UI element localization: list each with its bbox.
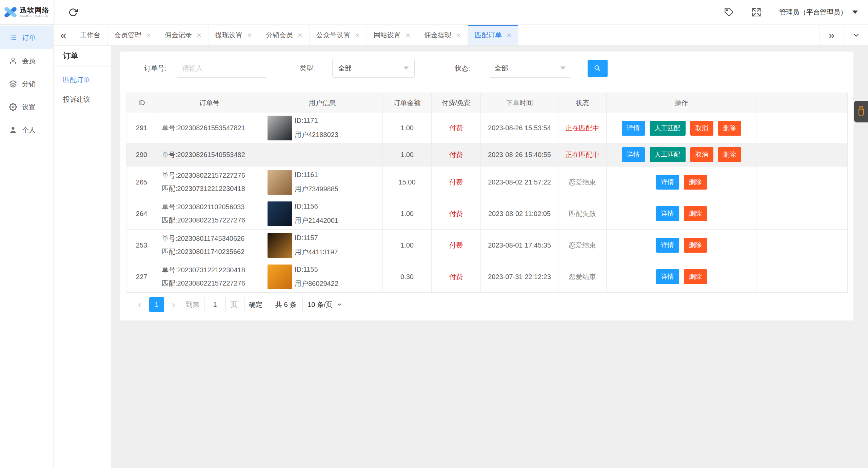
close-icon[interactable]: × [507, 31, 511, 39]
order-time-cell: 2023-08-02 11:02:05 [481, 198, 558, 230]
status-select[interactable]: 全部 [489, 59, 571, 78]
next-page-icon[interactable]: › [170, 299, 178, 310]
tab-commission-withdraw[interactable]: 佣金提现× [417, 25, 468, 45]
collapse-tabs-icon[interactable]: « [54, 25, 73, 45]
detail-button[interactable]: 详情 [656, 238, 679, 253]
goto-page-input[interactable] [204, 297, 226, 312]
delete-button[interactable]: 删除 [718, 121, 741, 136]
order-no-input[interactable] [177, 59, 267, 78]
user-info-cell: ID:1157用户44113197 [262, 230, 383, 261]
goto-confirm-button[interactable]: 确定 [244, 297, 267, 312]
actions-cell: 详情删除 [607, 167, 756, 198]
user-info-cell: ID:1171用户42188023 [262, 113, 383, 143]
detail-button[interactable]: 详情 [656, 269, 679, 284]
logo-title: 迅软网络 [20, 6, 50, 14]
order-id-cell: 227 [126, 261, 157, 293]
close-icon[interactable]: × [406, 31, 410, 39]
delete-button[interactable]: 删除 [684, 238, 707, 253]
order-status-cell: 恋爱结束 [558, 261, 607, 293]
sidebar-item-settings[interactable]: 设置 [0, 95, 53, 118]
actions-cell: 详情删除 [607, 198, 756, 230]
settings-icon [9, 103, 17, 111]
user-name: 用户21442001 [295, 216, 338, 225]
top-bar: 迅软网络 XunRuanNetwork [0, 0, 868, 25]
search-button[interactable] [588, 60, 608, 77]
order-time-cell: 2023-08-26 15:40:55 [481, 143, 558, 167]
order-id-cell: 253 [126, 230, 157, 261]
detail-button[interactable]: 详情 [622, 147, 645, 162]
order-line: 单号:202307312212230418 [162, 264, 257, 277]
filler-cell [756, 167, 848, 198]
order-line: 单号:202308022157227276 [162, 169, 257, 182]
close-icon[interactable]: × [355, 31, 360, 39]
detail-button[interactable]: 详情 [656, 206, 679, 221]
admin-dropdown[interactable]: 管理员（平台管理员） [779, 8, 858, 17]
close-icon[interactable]: × [456, 31, 461, 39]
scroll-tabs-right-icon[interactable]: » [819, 25, 844, 45]
order-no-cell: 单号:202308261540553482 [157, 143, 262, 167]
delete-button[interactable]: 删除 [684, 206, 707, 221]
manual-match-button[interactable]: 人工匹配 [650, 147, 686, 162]
tab-workbench[interactable]: 工作台 [73, 25, 107, 45]
user-info-cell: ID:1161用户73499885 [262, 167, 383, 198]
fullscreen-icon[interactable] [751, 7, 762, 17]
pagination: ‹ 1 › 到第 页 确定 共 6 条 10 条/页 [126, 297, 848, 312]
floating-usb-widget[interactable] [854, 101, 868, 122]
user-info: ID:1155用户86029422 [268, 265, 382, 289]
submenu-item-complaint-suggestion[interactable]: 投诉建议 [54, 90, 111, 109]
page-number-button[interactable]: 1 [149, 297, 164, 312]
tab-withdraw-settings[interactable]: 提现设置× [209, 25, 259, 45]
cancel-button[interactable]: 取消 [690, 147, 713, 162]
refresh-icon[interactable] [68, 8, 78, 17]
table-row: 264单号:202308021102056033匹配:2023080221572… [126, 198, 848, 230]
sidebar-item-profile[interactable]: 个人 [0, 118, 53, 141]
column-header: 操作 [607, 93, 756, 113]
tag-icon[interactable] [724, 7, 734, 17]
delete-button[interactable]: 删除 [684, 175, 707, 190]
sidebar-item-distribution[interactable]: 分销 [0, 72, 53, 95]
tab-member-manage[interactable]: 会员管理× [107, 25, 158, 45]
tab-commission-record[interactable]: 佣金记录× [158, 25, 209, 45]
primary-sidebar: 订单会员分销设置个人 [0, 25, 54, 468]
caret-down-icon [560, 66, 566, 70]
page-size-select[interactable]: 10 条/页 [302, 297, 347, 312]
tab-menu-icon[interactable] [844, 25, 868, 45]
submenu-item-match-order[interactable]: 匹配订单 [54, 70, 111, 90]
cancel-button[interactable]: 取消 [690, 121, 713, 136]
close-icon[interactable]: × [146, 31, 151, 39]
sidebar-item-order[interactable]: 订单 [0, 26, 53, 49]
order-no-cell: 单号:202307312212230418匹配:2023080221572272… [157, 261, 262, 293]
delete-button[interactable]: 删除 [718, 147, 741, 162]
caret-down-icon [403, 66, 409, 70]
detail-button[interactable]: 详情 [622, 121, 645, 136]
sidebar-item-label: 订单 [22, 33, 36, 42]
order-no-cell: 单号:202308011745340626匹配:2023080117402356… [157, 230, 262, 261]
close-icon[interactable]: × [247, 31, 252, 39]
user-info: ID:1161用户73499885 [268, 170, 382, 195]
actions-cell: 详情删除 [607, 261, 756, 293]
tab-website-settings[interactable]: 网站设置× [367, 25, 417, 45]
close-icon[interactable]: × [298, 31, 302, 39]
fee-type-cell: 付费 [432, 113, 481, 143]
tab-official-account-settings[interactable]: 公众号设置× [310, 25, 367, 45]
order-amount-cell: 1.00 [383, 230, 432, 261]
order-list-icon [9, 34, 17, 42]
order-id-cell: 290 [126, 143, 157, 167]
manual-match-button[interactable]: 人工匹配 [650, 121, 686, 136]
order-id-cell: 291 [126, 113, 157, 143]
table-row: 227单号:202307312212230418匹配:2023080221572… [126, 261, 848, 293]
filler-cell [756, 198, 848, 230]
close-icon[interactable]: × [197, 31, 201, 39]
type-select[interactable]: 全部 [332, 59, 415, 78]
user-info: ID:1157用户44113197 [268, 233, 382, 258]
prev-page-icon[interactable]: ‹ [136, 299, 144, 310]
tab-match-order[interactable]: 匹配订单× [468, 25, 518, 45]
tab-distribution-member[interactable]: 分销会员× [259, 25, 310, 45]
sidebar-item-member[interactable]: 会员 [0, 49, 53, 72]
delete-button[interactable]: 删除 [684, 269, 707, 284]
user-avatar [268, 233, 292, 258]
table-row: 265单号:202308022157227276匹配:2023073122122… [126, 167, 848, 198]
detail-button[interactable]: 详情 [656, 175, 679, 190]
tab-label: 工作台 [80, 31, 100, 40]
user-info-cell [262, 143, 383, 167]
